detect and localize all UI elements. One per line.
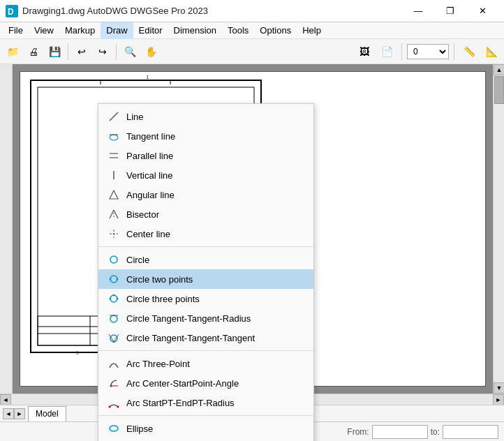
toolbar-separator-4: [454, 43, 454, 60]
window-title: Drawging1.dwg AutoDWG DWGSee Pro 2023: [22, 6, 402, 16]
menu-item-pline[interactable]: Pline: [98, 438, 313, 441]
scroll-up-button[interactable]: ▲: [494, 64, 504, 75]
menu-item-tangent-line[interactable]: Tangent line: [98, 126, 313, 146]
scroll-right-button[interactable]: ►: [493, 394, 504, 405]
ruler-button[interactable]: 📏: [459, 42, 479, 61]
vertical-line-icon: [107, 168, 121, 182]
menu-help[interactable]: Help: [297, 22, 327, 39]
circle-two-points-icon: [107, 272, 121, 286]
title-bar: D Drawging1.dwg AutoDWG DWGSee Pro 2023 …: [0, 0, 504, 22]
menu-item-circle[interactable]: Circle: [98, 250, 313, 269]
menu-item-angular-line[interactable]: Angular line: [98, 185, 313, 204]
left-panel: [0, 64, 13, 394]
arc-csa-icon: [107, 376, 121, 390]
snapshot-button[interactable]: 🖼: [355, 42, 374, 61]
from-label: From:: [347, 427, 369, 437]
right-scrollbar[interactable]: ▲ ▼: [493, 64, 504, 394]
scroll-track[interactable]: [494, 75, 504, 382]
svg-text:1: 1: [76, 350, 79, 355]
ellipse-icon: [107, 421, 121, 435]
menu-markup[interactable]: Markup: [59, 22, 101, 39]
svg-point-38: [110, 315, 117, 322]
menu-bar: File View Markup Draw Editor Dimension T…: [0, 22, 504, 39]
scroll-down-button[interactable]: ▼: [494, 382, 504, 394]
menu-item-vertical-line[interactable]: Vertical line: [98, 165, 313, 185]
layer-combo[interactable]: 0: [407, 44, 449, 59]
svg-point-19: [110, 135, 118, 140]
svg-point-36: [117, 298, 119, 300]
scroll-thumb[interactable]: [494, 76, 504, 104]
measure-button[interactable]: 📐: [482, 42, 501, 61]
svg-point-37: [113, 294, 115, 297]
bisector-icon: [107, 207, 121, 221]
menu-item-circle-three-points[interactable]: Circle three points: [98, 289, 313, 308]
tab-nav-left[interactable]: ◄: [3, 408, 14, 419]
menu-item-center-line[interactable]: Center line: [98, 224, 313, 244]
svg-line-26: [114, 210, 118, 218]
separator-2: [98, 350, 313, 351]
svg-text:D: D: [8, 7, 14, 17]
menu-item-bisector[interactable]: Bisector: [98, 204, 313, 224]
menu-item-arc-three-point[interactable]: Arc Three-Point: [98, 354, 313, 373]
toolbar-right: 🖼 📄 0 📏 📐: [355, 42, 501, 61]
parallel-line-icon: [107, 149, 121, 163]
print-button[interactable]: 🖨: [24, 42, 43, 61]
separator-3: [98, 415, 313, 416]
menu-file[interactable]: File: [3, 22, 29, 39]
menu-item-parallel-line[interactable]: Parallel line: [98, 146, 313, 165]
status-right: From: to:: [347, 425, 498, 439]
separator-1: [98, 246, 313, 247]
toolbar-separator-3: [401, 43, 402, 60]
page-button[interactable]: 📄: [377, 42, 396, 61]
svg-point-32: [110, 278, 112, 281]
circle-three-points-icon: [107, 292, 121, 306]
svg-line-18: [110, 112, 118, 121]
svg-point-30: [110, 256, 117, 263]
save-button[interactable]: 💾: [45, 42, 64, 61]
redo-button[interactable]: ↪: [93, 42, 112, 61]
menu-draw[interactable]: Draw: [101, 22, 133, 39]
toolbar-separator-2: [116, 43, 117, 60]
close-button[interactable]: ✕: [466, 0, 498, 22]
to-input[interactable]: [443, 425, 498, 439]
menu-item-ellipse[interactable]: Ellipse: [98, 419, 313, 438]
zoom-button[interactable]: 🔍: [120, 42, 140, 61]
undo-button[interactable]: ↩: [72, 42, 91, 61]
svg-line-25: [110, 210, 114, 218]
menu-editor[interactable]: Editor: [133, 22, 168, 39]
pan-button[interactable]: ✋: [141, 42, 161, 61]
menu-view[interactable]: View: [29, 22, 59, 39]
draw-dropdown-menu: Line Tangent line Parallel line Vertical…: [98, 103, 314, 441]
toolbar: 📁 🖨 💾 ↩ ↪ 🔍 ✋ 🖼 📄 0 📏 📐: [0, 39, 504, 64]
circle-icon: [107, 253, 121, 267]
line-icon: [107, 110, 121, 124]
app-icon: D: [6, 5, 18, 17]
menu-item-line[interactable]: Line: [98, 107, 313, 126]
menu-item-arc-csa[interactable]: Arc Center-StartPoint-Angle: [98, 373, 313, 393]
menu-options[interactable]: Options: [254, 22, 297, 39]
circle-ttr-icon: [107, 311, 121, 325]
menu-tools[interactable]: Tools: [222, 22, 254, 39]
center-line-icon: [107, 227, 121, 241]
menu-dimension[interactable]: Dimension: [168, 22, 222, 39]
minimize-button[interactable]: —: [402, 0, 434, 22]
menu-item-circle-two-points[interactable]: Circle two points: [98, 269, 313, 289]
menu-item-arc-ser[interactable]: Arc StartPT-EndPT-Radius: [98, 393, 313, 412]
svg-point-33: [117, 278, 119, 281]
to-label: to:: [431, 427, 440, 437]
menu-item-circle-ttr[interactable]: Circle Tangent-Tangent-Radius: [98, 308, 313, 328]
scroll-left-button[interactable]: ◄: [0, 394, 11, 405]
menu-item-circle-ttt[interactable]: Circle Tangent-Tangent-Tangent: [98, 328, 313, 347]
tab-nav-right[interactable]: ►: [14, 408, 25, 419]
svg-point-44: [109, 406, 111, 408]
tab-model[interactable]: Model: [28, 406, 66, 421]
from-input[interactable]: [372, 425, 428, 439]
window-controls: — ❐ ✕: [402, 0, 498, 22]
angular-line-icon: [107, 188, 121, 202]
arc-ser-icon: [107, 396, 121, 410]
restore-button[interactable]: ❐: [434, 0, 466, 22]
arc-three-point-icon: [107, 357, 121, 371]
circle-ttt-icon: [107, 331, 121, 345]
tangent-line-icon: [107, 129, 121, 143]
open-button[interactable]: 📁: [3, 42, 22, 61]
